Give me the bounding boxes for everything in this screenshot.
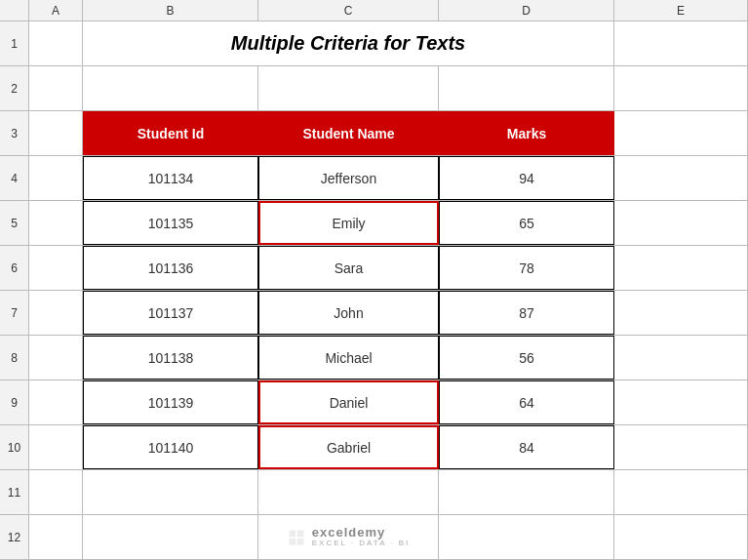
row-10: 10 101140 Gabriel 84 — [0, 425, 748, 470]
cell-a3 — [29, 111, 83, 155]
cell-e9 — [614, 380, 748, 424]
watermark-brand-name: exceldemy — [312, 526, 411, 540]
cell-name-6-highlighted: Daniel — [258, 380, 439, 424]
cell-name-3: Sara — [258, 246, 439, 290]
cell-student-name-header: Student Name — [258, 111, 439, 155]
watermark-subtitle: EXCEL · DATA · BI — [312, 540, 411, 548]
row-header-2: 2 — [0, 66, 29, 110]
cell-marks-7: 84 — [439, 425, 614, 469]
row-2: 2 — [0, 66, 748, 111]
cell-e8 — [614, 336, 748, 380]
cell-student-id-header: Student Id — [83, 111, 258, 155]
cell-c11 — [258, 470, 439, 514]
cell-a5 — [29, 201, 83, 245]
cell-name-5: Michael — [258, 336, 439, 380]
cell-id-4: 101137 — [83, 291, 258, 335]
cell-d2 — [439, 66, 614, 110]
row-11: 11 — [0, 470, 748, 515]
cell-id-6: 101139 — [83, 380, 258, 424]
col-header-d: D — [439, 0, 614, 20]
cell-marks-5: 56 — [439, 336, 614, 380]
cell-a10 — [29, 425, 83, 469]
cell-watermark: exceldemy EXCEL · DATA · BI — [258, 515, 439, 559]
cell-b11 — [83, 470, 258, 514]
cell-e6 — [614, 246, 748, 290]
col-header-a: A — [29, 0, 83, 20]
cell-marks-header: Marks — [439, 111, 614, 155]
row-header-12: 12 — [0, 515, 29, 559]
cell-b12 — [83, 515, 258, 559]
col-header-b: B — [83, 0, 258, 20]
row-9: 9 101139 Daniel 64 — [0, 380, 748, 425]
cell-a12 — [29, 515, 83, 559]
row-header-4: 4 — [0, 156, 29, 200]
row-8: 8 101138 Michael 56 — [0, 336, 748, 380]
cell-id-7: 101140 — [83, 425, 258, 469]
cell-name-7-highlighted: Gabriel — [258, 425, 439, 469]
row-header-6: 6 — [0, 246, 29, 290]
row-12: 12 exceldemy EXCEL · DATA · BI — [0, 515, 748, 560]
cell-d12 — [439, 515, 614, 559]
svg-rect-1 — [297, 530, 304, 537]
grid-body: 1 Multiple Criteria for Texts 2 3 Studen… — [0, 21, 748, 560]
row-header-1: 1 — [0, 21, 29, 65]
cell-a11 — [29, 470, 83, 514]
row-5: 5 101135 Emily 65 — [0, 201, 748, 246]
watermark-container: exceldemy EXCEL · DATA · BI — [287, 526, 411, 548]
cell-a8 — [29, 336, 83, 380]
cell-a2 — [29, 66, 83, 110]
row-3: 3 Student Id Student Name Marks — [0, 111, 748, 156]
svg-rect-2 — [289, 538, 295, 544]
cell-e10 — [614, 425, 748, 469]
row-4: 4 101134 Jefferson 94 — [0, 156, 748, 201]
svg-rect-3 — [297, 538, 304, 544]
row-header-8: 8 — [0, 336, 29, 380]
cell-marks-1: 94 — [439, 156, 614, 200]
row-header-9: 9 — [0, 380, 29, 424]
row-1: 1 Multiple Criteria for Texts — [0, 21, 748, 66]
cell-id-1: 101134 — [83, 156, 258, 200]
cell-id-2: 101135 — [83, 201, 258, 245]
cell-marks-3: 78 — [439, 246, 614, 290]
cell-name-2-highlighted: Emily — [258, 201, 439, 245]
cell-e1 — [614, 21, 748, 65]
cell-e3 — [614, 111, 748, 155]
cell-a1 — [29, 21, 83, 65]
row-6: 6 101136 Sara 78 — [0, 246, 748, 291]
cell-e2 — [614, 66, 748, 110]
cell-a7 — [29, 291, 83, 335]
row-header-5: 5 — [0, 201, 29, 245]
column-headers: A B C D E — [0, 0, 748, 21]
cell-e7 — [614, 291, 748, 335]
cell-id-3: 101136 — [83, 246, 258, 290]
cell-e5 — [614, 201, 748, 245]
cell-title: Multiple Criteria for Texts — [83, 21, 614, 65]
spreadsheet: A B C D E 1 Multiple Criteria for Texts … — [0, 0, 748, 560]
cell-a6 — [29, 246, 83, 290]
cell-d11 — [439, 470, 614, 514]
cell-marks-2: 65 — [439, 201, 614, 245]
cell-a9 — [29, 380, 83, 424]
svg-rect-0 — [289, 530, 295, 537]
corner-cell — [0, 0, 29, 20]
row-header-11: 11 — [0, 470, 29, 514]
watermark-text: exceldemy EXCEL · DATA · BI — [312, 526, 411, 548]
col-header-e: E — [614, 0, 748, 20]
cell-c2 — [258, 66, 439, 110]
row-header-3: 3 — [0, 111, 29, 155]
cell-marks-6: 64 — [439, 380, 614, 424]
cell-e11 — [614, 470, 748, 514]
cell-name-1: Jefferson — [258, 156, 439, 200]
cell-marks-4: 87 — [439, 291, 614, 335]
cell-e4 — [614, 156, 748, 200]
cell-id-5: 101138 — [83, 336, 258, 380]
cell-b2 — [83, 66, 258, 110]
row-header-10: 10 — [0, 425, 29, 469]
col-header-c: C — [258, 0, 439, 20]
cell-name-4: John — [258, 291, 439, 335]
cell-e12 — [614, 515, 748, 559]
row-7: 7 101137 John 87 — [0, 291, 748, 336]
exceldemy-logo-icon — [287, 528, 306, 547]
cell-a4 — [29, 156, 83, 200]
row-header-7: 7 — [0, 291, 29, 335]
